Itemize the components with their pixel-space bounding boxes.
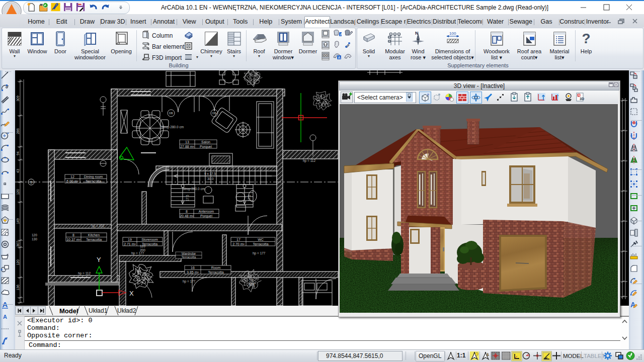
svg-text:100: 100 [449, 31, 456, 36]
svg-text:16: 16 [191, 266, 195, 269]
svg-text:Room: Room [211, 266, 221, 269]
svg-text:Strop 280.0 cm: Strop 280.0 cm [183, 187, 205, 191]
svg-text:120: 120 [16, 259, 20, 265]
svg-text:2.70 m²: 2.70 m² [232, 242, 245, 246]
svg-text:Terracotta: Terracotta [86, 238, 102, 241]
svg-text:30.0: 30.0 [207, 177, 214, 180]
svg-text:20.48 m²: 20.48 m² [180, 214, 194, 218]
svg-text:120: 120 [32, 233, 37, 237]
svg-text:17.5: 17.5 [186, 195, 189, 201]
svg-text:2.71 m²: 2.71 m² [124, 242, 136, 246]
svg-text:27.88 m²: 27.88 m² [180, 145, 194, 148]
svg-text:17: 17 [236, 238, 240, 241]
svg-text:hp = 112: hp = 112 [303, 159, 315, 163]
svg-text:43: 43 [16, 169, 20, 173]
svg-text:WC: WC [258, 238, 264, 241]
svg-text:X: X [129, 290, 134, 297]
svg-text:309: 309 [16, 96, 20, 102]
svg-text:286: 286 [16, 128, 20, 134]
svg-text:Anteroom: Anteroom [199, 210, 214, 213]
svg-text:A: A [338, 56, 341, 59]
svg-text:Y: Y [97, 256, 101, 263]
svg-text:A: A [3, 314, 7, 320]
svg-text:A: A [340, 33, 342, 36]
svg-text:Terracotta: Terracotta [182, 255, 196, 259]
svg-text:200: 200 [140, 248, 145, 252]
svg-text:3D: 3D [580, 97, 584, 101]
svg-text:70: 70 [249, 279, 253, 282]
svg-text:8: 8 [186, 210, 188, 213]
svg-text:13: 13 [185, 140, 189, 144]
svg-text:Wardrobe: Wardrobe [182, 252, 196, 255]
svg-text:200: 200 [249, 283, 255, 286]
svg-text:Kitchen: Kitchen [88, 233, 100, 237]
svg-text:hp = 102: hp = 102 [92, 224, 105, 228]
svg-text:?: ? [582, 31, 590, 46]
svg-text:8: 8 [72, 233, 74, 237]
svg-text:17.5: 17.5 [248, 195, 251, 201]
svg-text:12: 12 [70, 175, 74, 178]
svg-text:9.85 m²: 9.85 m² [187, 270, 199, 274]
svg-text:19: 19 [128, 238, 132, 241]
svg-text:Porquel: Porquel [200, 214, 213, 218]
svg-text:Terracotta: Terracotta [208, 270, 223, 274]
svg-text:Porquel: Porquel [200, 145, 212, 149]
svg-text:120: 120 [140, 244, 145, 248]
svg-text:hp = 112: hp = 112 [78, 272, 91, 276]
svg-text:10.37 m²: 10.37 m² [66, 238, 80, 241]
svg-text:hp = 177: hp = 177 [253, 251, 266, 255]
svg-text:hp = 177: hp = 177 [131, 251, 144, 255]
svg-text:hp = 177: hp = 177 [183, 280, 196, 284]
svg-text:120: 120 [16, 189, 20, 195]
svg-text:DB: DB [212, 112, 216, 115]
svg-text:130: 130 [32, 237, 37, 241]
svg-text:149: 149 [16, 218, 20, 224]
svg-text:9 x 17.5: 9 x 17.5 [204, 172, 216, 175]
svg-text:Dining room: Dining room [84, 175, 103, 179]
svg-text:307: 307 [16, 241, 20, 247]
svg-text:Storeroom: Storeroom [141, 238, 158, 241]
svg-text:Układ1: Układ1 [89, 307, 108, 314]
svg-text:136: 136 [16, 285, 20, 291]
svg-text:94: 94 [16, 151, 20, 155]
svg-text:DB: DB [169, 112, 173, 115]
svg-text:Salon: Salon [201, 140, 210, 144]
svg-text:Strop 280.0 cm: Strop 280.0 cm [162, 125, 184, 129]
svg-text:S: S [30, 180, 33, 184]
svg-text:Terracotta: Terracotta [253, 242, 268, 246]
svg-text:Model: Model [59, 307, 78, 315]
svg-text:Układ2: Układ2 [117, 307, 136, 314]
